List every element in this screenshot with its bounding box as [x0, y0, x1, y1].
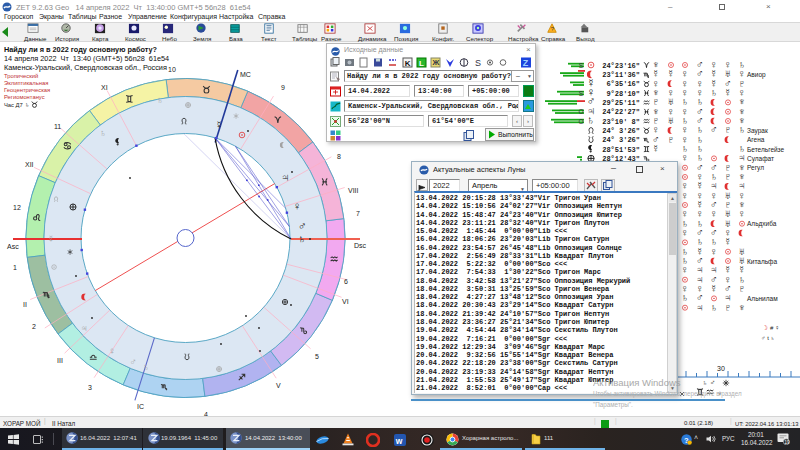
svg-text:L: L	[419, 59, 424, 68]
svg-text:9°28'10": 9°28'10"	[602, 90, 640, 98]
svg-text:☿: ☿	[724, 87, 732, 98]
svg-text:Бетельгейзе: Бетельгейзе	[747, 146, 785, 153]
svg-text:6°35'16": 6°35'16"	[602, 80, 640, 88]
svg-text:# ☿: # ☿	[770, 325, 780, 331]
svg-text:☿: ☿	[652, 143, 660, 154]
svg-text:♄: ♄	[710, 87, 718, 98]
svg-text:☿: ☿	[710, 283, 718, 294]
svg-text:29°25'11": 29°25'11"	[602, 99, 640, 107]
svg-text:Альдхиба: Альдхиба	[747, 220, 777, 228]
svg-text:7: 7	[356, 210, 360, 217]
svg-text:12: 12	[13, 204, 21, 211]
svg-text:Регул: Регул	[747, 164, 764, 172]
svg-text:9: 9	[281, 84, 285, 91]
svg-text:S: S	[579, 90, 584, 97]
svg-text:Альнилам: Альнилам	[747, 295, 778, 302]
svg-text:♃: ♃	[80, 322, 87, 333]
svg-text:♅: ♅	[667, 115, 675, 126]
svg-text:☿: ☿	[47, 233, 54, 244]
svg-text:♂ t ♄: ♂ t ♄	[761, 335, 775, 341]
svg-text:Агена: Агена	[747, 136, 765, 143]
svg-text:Z: Z	[523, 58, 529, 68]
svg-text:VIII: VIII	[348, 187, 359, 194]
svg-text:☽: ☽	[762, 324, 768, 331]
svg-text:w: w	[395, 436, 403, 446]
svg-text:XII: XII	[25, 161, 34, 168]
svg-text:24° 3'26": 24° 3'26"	[602, 127, 640, 135]
svg-text:♀: ♀	[681, 227, 689, 238]
svg-text:♀: ♀	[681, 152, 689, 163]
svg-text:♄: ♄	[681, 292, 689, 303]
svg-text:☿: ☿	[724, 236, 732, 247]
svg-text:♂: ♂	[710, 124, 718, 135]
svg-text:24°23'16": 24°23'16"	[602, 62, 640, 70]
svg-text:♄ ♂: ♄ ♂	[702, 378, 715, 387]
svg-text:S: S	[475, 58, 481, 68]
svg-text:Ж: Ж	[432, 58, 440, 67]
svg-text:MC: MC	[240, 71, 251, 78]
svg-text:IC: IC	[137, 403, 144, 410]
svg-text:II: II	[23, 301, 27, 308]
svg-text:8: 8	[337, 153, 341, 160]
svg-text:♄: ♄	[587, 113, 596, 127]
svg-text:5: 5	[315, 353, 319, 360]
svg-text:♃: ♃	[281, 170, 290, 183]
svg-text:Авиор: Авиор	[747, 71, 766, 79]
svg-text:24° 3'26": 24° 3'26"	[602, 136, 640, 144]
svg-text:♄: ♄	[99, 127, 106, 138]
svg-text:Сулафат: Сулафат	[747, 155, 774, 163]
svg-text:24°22'27": 24°22'27"	[602, 108, 640, 116]
svg-text:♇: ♇	[724, 171, 732, 182]
svg-text:♀: ♀	[738, 208, 746, 219]
svg-text:23°11'36": 23°11'36"	[602, 71, 640, 79]
svg-text:♀: ♀	[293, 199, 302, 212]
svg-text:10: 10	[168, 66, 176, 73]
svg-text:S: S	[579, 62, 584, 69]
svg-text:♇: ♇	[724, 302, 732, 313]
svg-text:♇: ♇	[724, 124, 732, 135]
svg-text:28°51'53": 28°51'53"	[602, 146, 640, 154]
svg-text:♃: ♃	[696, 302, 704, 313]
svg-text:K: K	[405, 59, 411, 68]
svg-text:♂: ♂	[298, 219, 307, 232]
svg-text:III: III	[57, 357, 63, 364]
svg-text:XI: XI	[101, 84, 108, 91]
svg-text:23°10' 8": 23°10' 8"	[602, 118, 640, 126]
svg-text:♄: ♄	[298, 232, 307, 245]
svg-text:6: 6	[344, 278, 348, 285]
svg-text:3: 3	[88, 384, 92, 391]
svg-text:♂: ♂	[129, 356, 136, 367]
svg-text:19: 19	[785, 440, 791, 445]
svg-text:♄: ♄	[156, 94, 163, 105]
svg-text:O: O	[578, 108, 583, 115]
svg-text:♄: ♄	[710, 302, 718, 313]
svg-text:♇: ♇	[667, 134, 675, 145]
svg-text:☿: ☿	[215, 118, 224, 131]
svg-text:♄: ♄	[142, 361, 149, 372]
svg-text:☿: ☿	[667, 68, 675, 79]
svg-text:V: V	[276, 382, 281, 389]
svg-text:O: O	[578, 118, 583, 125]
svg-text:♀: ♀	[681, 264, 689, 275]
svg-text:VI: VI	[342, 298, 349, 305]
svg-text:Китальфа: Китальфа	[747, 258, 777, 266]
svg-text:♀: ♀	[108, 345, 115, 356]
svg-text:♀: ♀	[710, 246, 718, 257]
svg-text:♆: ♆	[738, 302, 746, 313]
svg-text:♄: ♄	[738, 124, 746, 135]
svg-text:Asc: Asc	[7, 243, 19, 250]
svg-text:♀: ♀	[681, 190, 689, 201]
svg-text:Заурак: Заурак	[747, 127, 768, 135]
svg-text:♇: ♇	[738, 283, 746, 294]
svg-text:11: 11	[54, 123, 61, 130]
svg-text:30: 30	[717, 365, 725, 372]
svg-text:Dsc: Dsc	[354, 242, 367, 249]
svg-text:1: 1	[13, 264, 17, 271]
svg-text:♀: ♀	[710, 208, 718, 219]
svg-text:2: 2	[32, 323, 36, 330]
